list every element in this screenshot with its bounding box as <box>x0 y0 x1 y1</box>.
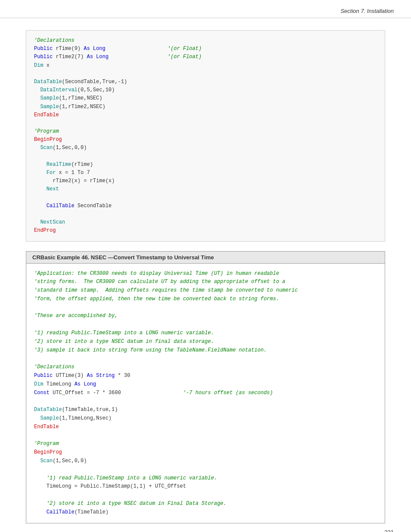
section-title: Section 7. Installation <box>340 8 394 14</box>
page-header: Section 7. Installation <box>0 0 411 18</box>
example-box-body: 'Application: the CR3000 needs to displa… <box>26 264 385 523</box>
example-box: CRBasic Example 46. NSEC —Convert Timest… <box>26 251 385 523</box>
page-number: 231 <box>384 529 394 532</box>
code-block-top: 'Declarations Public rTime(9) As Long '(… <box>26 30 385 242</box>
example-box-title: CRBasic Example 46. NSEC —Convert Timest… <box>32 254 214 261</box>
page-content: 'Declarations Public rTime(9) As Long '(… <box>0 18 411 532</box>
example-box-header: CRBasic Example 46. NSEC —Convert Timest… <box>26 252 385 264</box>
